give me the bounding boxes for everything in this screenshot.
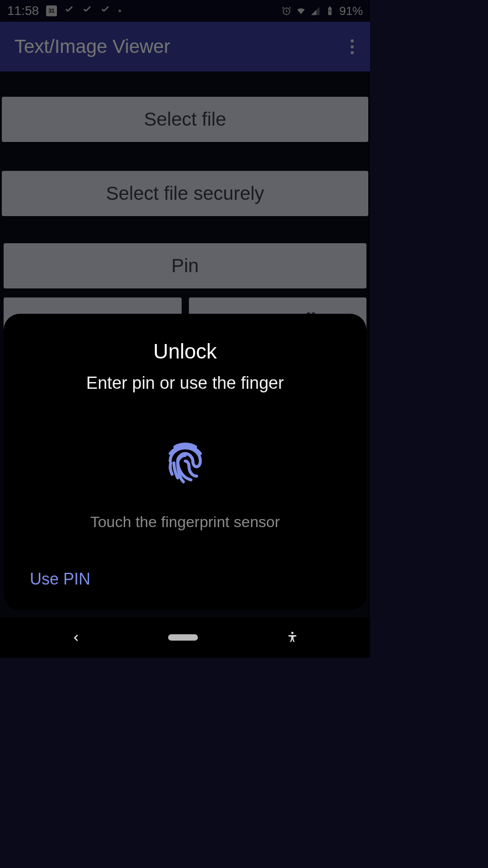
notification-dot-icon <box>118 9 121 12</box>
alarm-icon <box>282 6 291 16</box>
accessibility-icon[interactable] <box>286 631 299 644</box>
calendar-icon: 31 <box>46 5 57 16</box>
dialog-title: Unlock <box>28 339 342 363</box>
battery-icon <box>325 6 335 16</box>
signal-icon <box>310 6 320 16</box>
check-icon <box>64 5 75 16</box>
navigation-bar <box>0 617 370 658</box>
app-bar: Text/Image Viewer <box>0 22 370 71</box>
home-pill-icon[interactable] <box>168 634 198 641</box>
check-icon <box>100 5 111 16</box>
select-file-securely-button[interactable]: Select file securely <box>2 171 368 216</box>
fingerprint-icon <box>163 438 208 490</box>
status-left: 11:58 31 <box>7 4 121 18</box>
fingerprint-area[interactable]: Touch the fingerprint sensor <box>28 402 342 567</box>
wifi-icon <box>296 6 306 16</box>
more-vert-icon[interactable] <box>342 37 362 57</box>
unlock-dialog: Unlock Enter pin or use the finger Touch… <box>4 314 366 610</box>
status-bar: 11:58 31 91% <box>0 0 370 22</box>
app-title: Text/Image Viewer <box>14 36 170 57</box>
dialog-subtitle: Enter pin or use the finger <box>28 373 342 393</box>
status-right: 91% <box>282 4 363 18</box>
select-file-button[interactable]: Select file <box>2 97 368 142</box>
use-pin-button[interactable]: Use PIN <box>28 567 342 591</box>
back-icon[interactable] <box>71 628 81 647</box>
main-content: Select file Select file securely Pin rot… <box>0 71 370 343</box>
battery-percentage: 91% <box>339 4 363 18</box>
fingerprint-hint: Touch the fingerprint sensor <box>90 513 280 531</box>
status-time: 11:58 <box>7 4 39 18</box>
pin-button[interactable]: Pin <box>4 243 366 288</box>
svg-point-1 <box>291 632 294 634</box>
check-icon <box>82 5 93 16</box>
